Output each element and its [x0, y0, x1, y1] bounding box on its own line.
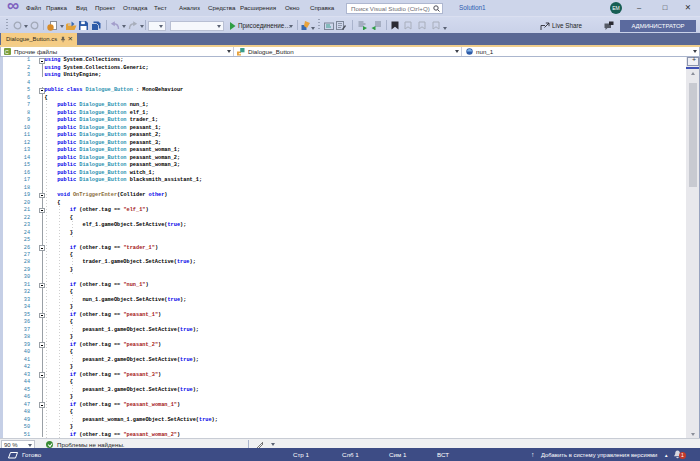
svg-text:C: C: [5, 49, 9, 55]
